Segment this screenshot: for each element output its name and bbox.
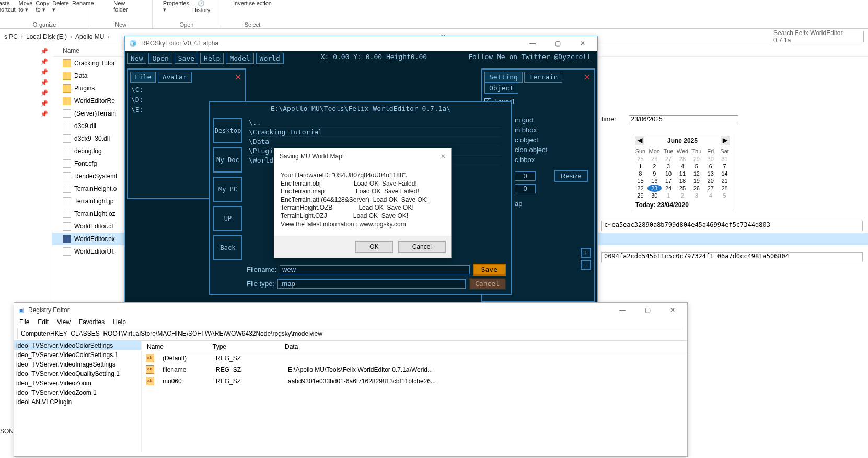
close-icon[interactable]: ✕ (583, 72, 591, 83)
delete-button[interactable]: Delete ▾ (52, 0, 69, 13)
menu-open[interactable]: Open (148, 53, 172, 64)
hash-field-1[interactable]: c~ea5eac32890a8b799d804e45a46994ef5c7344… (601, 221, 863, 231)
save-button[interactable]: Save (473, 264, 506, 276)
pin-icon[interactable]: 📌 (40, 89, 48, 97)
search-input[interactable]: Search Felix WorldEditor 0.7.1a (770, 31, 864, 42)
regedit-titlebar[interactable]: ▣ Registry Editor — ▢ ✕ (14, 303, 687, 317)
new-folder-button[interactable]: New folder (113, 0, 128, 13)
cancel-button[interactable]: Cancel (469, 278, 506, 290)
menu-save[interactable]: Save (175, 53, 198, 64)
close-button[interactable]: ✕ (662, 306, 683, 314)
invert-selection-button[interactable]: Invert selection (233, 0, 272, 6)
table-row[interactable]: mu060 REG_SZ aabd9301e033bd01-6a6f716282… (142, 375, 687, 387)
string-icon (146, 354, 154, 362)
ok-button[interactable]: OK (355, 241, 392, 253)
prev-month-button[interactable]: ◀ (635, 136, 644, 145)
menu-help[interactable]: Help (113, 318, 126, 326)
tree-item[interactable]: ideoLAN.VLCPlugin (14, 397, 141, 407)
menu-edit[interactable]: Edit (38, 318, 49, 326)
pin-icon[interactable]: 📌 (40, 79, 48, 86)
close-icon[interactable]: ✕ (234, 72, 242, 83)
menu-help[interactable]: Help (200, 53, 224, 64)
list-item[interactable]: \Cracking Tutorial (247, 128, 501, 137)
cancel-button[interactable]: Cancel (398, 241, 446, 253)
size-input-2[interactable]: 0 (515, 184, 536, 193)
history-button[interactable]: 🕑 History (192, 0, 210, 13)
menu-favorites[interactable]: Favorites (79, 318, 105, 326)
window-title: RPGSkyEditor V0.7.1 alpha (141, 40, 218, 47)
menu-model[interactable]: Model (226, 53, 253, 64)
pin-icon[interactable]: 📌 (40, 58, 48, 65)
new-label: New (115, 21, 126, 29)
size-input[interactable]: 0 (515, 171, 536, 181)
minimize-button[interactable]: — (612, 306, 633, 314)
maximize-button[interactable]: ▢ (547, 40, 568, 47)
col-name[interactable]: Name (142, 343, 213, 350)
mydoc-button[interactable]: My Doc (213, 147, 242, 173)
back-button[interactable]: Back (213, 235, 242, 260)
tree-item[interactable]: ideo_TVServer.VideoZoom.1 (14, 388, 141, 397)
menu-file[interactable]: File (19, 318, 29, 326)
up-button[interactable]: UP (213, 206, 242, 231)
tab-avatar[interactable]: Avatar (158, 72, 192, 83)
next-month-button[interactable]: ▶ (721, 136, 730, 145)
registry-editor-window: ▣ Registry Editor — ▢ ✕ File Edit View F… (14, 302, 688, 457)
menu-view[interactable]: View (57, 318, 71, 326)
calendar-today[interactable]: Today: 23/04/2020 (633, 199, 732, 211)
col-type[interactable]: Type (213, 343, 285, 350)
table-row[interactable]: filename REG_SZ E:\Apollo MU\Tools\Felix… (142, 364, 687, 375)
filetype-label: File type: (247, 280, 274, 288)
copy-to-button[interactable]: Copy to ▾ (36, 0, 50, 13)
mypc-button[interactable]: My PC (213, 177, 242, 202)
tree-item[interactable]: ideo_TVServer.VideoColorSettings.1 (14, 350, 141, 360)
crumb-pc[interactable]: s PC (4, 33, 18, 40)
crumb-folder[interactable]: Apollo MU (75, 33, 104, 40)
maximize-button[interactable]: ▢ (637, 306, 658, 314)
properties-button[interactable]: Properties ▾ (163, 0, 189, 13)
follow-text: Follow Me on Twitter @Dyzcroll (468, 53, 595, 64)
tab-setting[interactable]: Setting (484, 72, 523, 83)
hash-field-2[interactable]: 0094fa2cdd545b11c5c0c797324f1 06a7d0cc49… (601, 252, 863, 262)
tree-item[interactable]: ideo_TVServer.VideoImageSettings (14, 360, 141, 369)
regedit-path[interactable]: Computer\HKEY_CLASSES_ROOT\VirtualStore\… (17, 328, 684, 339)
minus-button[interactable]: − (581, 260, 591, 270)
coord-status: X: 0.00 Y: 0.00 Height0.00 (321, 53, 432, 64)
date-form: time: 23/06/2025 ◀ June 2025 ▶ SunMonTue… (601, 115, 863, 262)
tree-item[interactable]: ideo_TVServer.VideoZoom (14, 379, 141, 388)
exe-icon (63, 235, 71, 243)
close-icon[interactable]: ✕ (441, 153, 446, 160)
dialog-body: Your HardwareID: "0S4U807q84oU04o1188". … (274, 164, 451, 236)
pin-icon[interactable]: 📌 (40, 100, 48, 107)
tree-item[interactable]: ideo_TVServer.VideoColorSettings (14, 341, 141, 350)
select-label: Select (245, 21, 261, 29)
list-item[interactable]: \.. (247, 118, 501, 128)
chevron-right-icon: › (107, 33, 109, 40)
list-item[interactable]: \Data (247, 137, 501, 146)
plus-button[interactable]: + (581, 248, 591, 258)
pin-icon[interactable]: 📌 (40, 68, 48, 76)
crumb-disk[interactable]: Local Disk (E:) (26, 33, 67, 40)
table-row[interactable]: (Default) REG_SZ (142, 352, 687, 364)
dialog-title: Saving MU World Map! (280, 153, 344, 160)
pin-icon[interactable]: 📌 (40, 110, 48, 118)
filename-input[interactable]: wew (280, 265, 470, 274)
menu-new[interactable]: New (127, 53, 146, 64)
pin-icon[interactable]: 📌 (40, 48, 48, 55)
tree-item[interactable]: ideo_TVServer.VideoQualitySetting.1 (14, 369, 141, 379)
editor-titlebar[interactable]: 🧊 RPGSkyEditor V0.7.1 alpha — ▢ ✕ (125, 36, 597, 51)
tab-object[interactable]: Object (484, 83, 518, 94)
tab-terrain[interactable]: Terrain (524, 72, 562, 83)
date-input[interactable]: 23/06/2025 (629, 115, 738, 125)
col-data[interactable]: Data (285, 343, 687, 350)
menu-world[interactable]: World (256, 53, 284, 64)
move-to-button[interactable]: Move to ▾ (19, 0, 33, 13)
close-button[interactable]: ✕ (572, 40, 593, 47)
resize-button[interactable]: Resize (554, 170, 588, 182)
paste-shortcut-button[interactable]: Paste shortcut (0, 0, 16, 13)
filetype-input[interactable]: .map (277, 279, 466, 289)
minimize-button[interactable]: — (522, 40, 543, 47)
regedit-icon: ▣ (18, 306, 24, 314)
drive-c[interactable]: \C: (128, 85, 245, 95)
tab-file[interactable]: File (130, 72, 156, 83)
desktop-button[interactable]: Desktop (213, 118, 242, 143)
